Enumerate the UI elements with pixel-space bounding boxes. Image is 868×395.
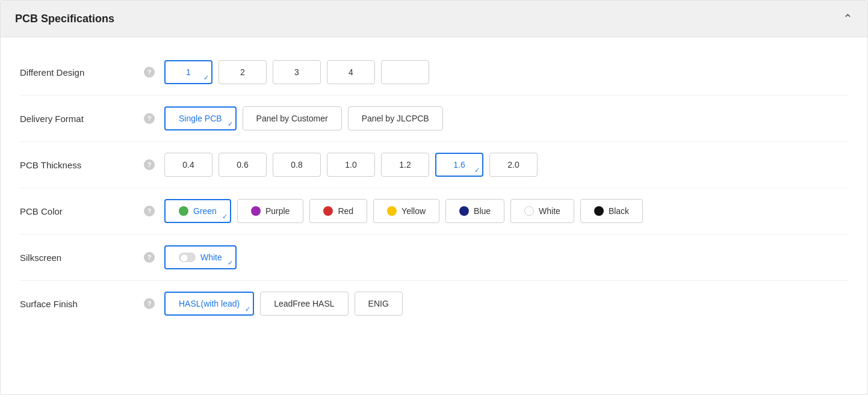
pcb-color-row: PCB Color ? Green Purple Red Ye [20, 188, 848, 234]
pcb-color-help[interactable]: ? [144, 206, 155, 216]
silkscreen-toggle-icon [179, 253, 196, 262]
different-design-label: Different Design [20, 67, 140, 78]
design-option-1[interactable]: 1 [164, 60, 212, 84]
design-option-4[interactable]: 4 [327, 60, 375, 84]
design-option-5[interactable] [381, 60, 429, 84]
silkscreen-row: Silkscreen ? White [20, 234, 848, 281]
panel-body: Different Design ? 1 2 3 4 Delivery Form… [1, 37, 867, 338]
delivery-format-help[interactable]: ? [144, 113, 155, 124]
pcb-thickness-options: 0.4 0.6 0.8 1.0 1.2 1.6 2.0 [164, 153, 848, 177]
thickness-1-6[interactable]: 1.6 [435, 153, 483, 177]
thickness-0-4[interactable]: 0.4 [164, 153, 212, 177]
finish-enig[interactable]: ENIG [355, 292, 403, 316]
surface-finish-label-wrapper: Surface Finish ? [20, 298, 164, 309]
silkscreen-options: White [164, 245, 848, 269]
silkscreen-help[interactable]: ? [144, 252, 155, 263]
silkscreen-label: Silkscreen [20, 253, 140, 263]
pcb-thickness-help[interactable]: ? [144, 159, 155, 170]
color-yellow[interactable]: Yellow [373, 199, 439, 223]
delivery-format-label: Delivery Format [20, 114, 140, 124]
different-design-row: Different Design ? 1 2 3 4 [20, 49, 848, 96]
black-dot [594, 206, 604, 216]
finish-leadfree-hasl[interactable]: LeadFree HASL [260, 292, 348, 316]
thickness-0-6[interactable]: 0.6 [219, 153, 267, 177]
thickness-2-0[interactable]: 2.0 [489, 153, 538, 177]
pcb-color-options: Green Purple Red Yellow Blue [164, 199, 848, 223]
surface-finish-row: Surface Finish ? HASL(with lead) LeadFre… [20, 281, 848, 326]
purple-dot [251, 206, 261, 216]
surface-finish-help[interactable]: ? [144, 298, 155, 309]
panel-header: PCB Specifications ⌃ [1, 1, 867, 37]
delivery-format-options: Single PCB Panel by Customer Panel by JL… [164, 106, 848, 130]
design-option-2[interactable]: 2 [219, 60, 267, 84]
thickness-0-8[interactable]: 0.8 [273, 153, 321, 177]
silkscreen-label-wrapper: Silkscreen ? [20, 252, 164, 263]
red-dot [323, 206, 333, 216]
thickness-1-0[interactable]: 1.0 [327, 153, 375, 177]
white-dot [524, 206, 534, 216]
finish-hasl-lead[interactable]: HASL(with lead) [164, 292, 254, 316]
format-panel-by-jlcpcb[interactable]: Panel by JLCPCB [348, 106, 443, 130]
pcb-thickness-label-wrapper: PCB Thickness ? [20, 159, 164, 170]
color-purple[interactable]: Purple [237, 199, 303, 223]
color-red[interactable]: Red [309, 199, 367, 223]
delivery-format-label-wrapper: Delivery Format ? [20, 113, 164, 124]
silkscreen-white[interactable]: White [164, 245, 237, 269]
panel-title: PCB Specifications [15, 13, 114, 25]
green-dot [179, 206, 188, 216]
different-design-options: 1 2 3 4 [164, 60, 848, 84]
surface-finish-label: Surface Finish [20, 299, 140, 309]
pcb-color-label: PCB Color [20, 206, 140, 216]
collapse-icon[interactable]: ⌃ [843, 11, 853, 26]
thickness-1-2[interactable]: 1.2 [381, 153, 429, 177]
design-option-3[interactable]: 3 [273, 60, 321, 84]
different-design-label-wrapper: Different Design ? [20, 67, 164, 78]
blue-dot [459, 206, 469, 216]
delivery-format-row: Delivery Format ? Single PCB Panel by Cu… [20, 96, 848, 142]
yellow-dot [387, 206, 397, 216]
color-blue[interactable]: Blue [445, 199, 504, 223]
color-green[interactable]: Green [164, 199, 231, 223]
pcb-color-label-wrapper: PCB Color ? [20, 206, 164, 216]
color-white[interactable]: White [510, 199, 574, 223]
surface-finish-options: HASL(with lead) LeadFree HASL ENIG [164, 292, 848, 316]
pcb-thickness-label: PCB Thickness [20, 160, 140, 170]
pcb-thickness-row: PCB Thickness ? 0.4 0.6 0.8 1.0 1.2 1.6 … [20, 142, 848, 188]
format-panel-by-customer[interactable]: Panel by Customer [243, 106, 342, 130]
format-single-pcb[interactable]: Single PCB [164, 106, 237, 130]
pcb-specifications-panel: PCB Specifications ⌃ Different Design ? … [0, 0, 868, 395]
color-black[interactable]: Black [580, 199, 643, 223]
different-design-help[interactable]: ? [144, 67, 155, 78]
